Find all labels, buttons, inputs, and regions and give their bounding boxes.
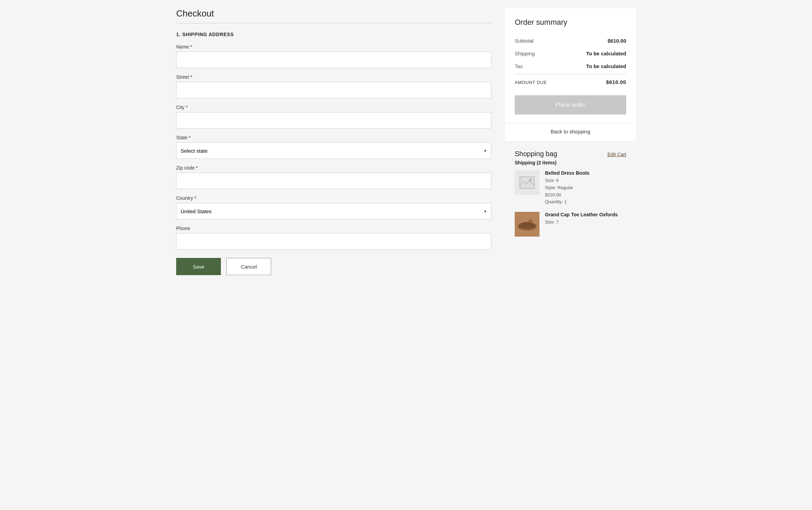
- zipcode-label: Zip code *: [176, 165, 491, 171]
- tax-value: To be calculated: [586, 63, 626, 69]
- country-label: Country *: [176, 195, 491, 201]
- tax-row: Tax To be calculated: [515, 60, 626, 73]
- amount-due-row: AMOUNT DUE $610.00: [515, 74, 626, 88]
- zipcode-field-group: Zip code *: [176, 165, 491, 189]
- city-label: City *: [176, 105, 491, 110]
- state-field-group: State * Select state Alabama California …: [176, 135, 491, 159]
- save-button[interactable]: Save: [176, 258, 221, 275]
- cart-item-2-name: Grand Cap Toe Leather Oxfords: [545, 212, 626, 217]
- cart-item-1: Belted Dress Boots Size: 6 Style: Regula…: [515, 170, 626, 206]
- subtotal-label: Subtotal: [515, 38, 534, 44]
- shoe-icon: [515, 212, 539, 237]
- phone-field-group: Phone: [176, 226, 491, 250]
- shipping-items-label: Shipping (2 items): [515, 160, 626, 165]
- amount-due-label: AMOUNT DUE: [515, 80, 547, 85]
- title-divider: [176, 23, 491, 23]
- cart-item-2-details: Grand Cap Toe Leather Oxfords Size: 7: [545, 212, 626, 237]
- phone-input[interactable]: [176, 233, 491, 250]
- shipping-row: Shipping To be calculated: [515, 47, 626, 60]
- cart-item-2-info: Size: 7: [545, 219, 626, 226]
- shopping-bag-card: Shopping bag Edit Cart Shipping (2 items…: [505, 142, 636, 251]
- subtotal-value: $610.00: [608, 38, 626, 44]
- sidebar: Order summary Subtotal $610.00 Shipping …: [505, 8, 636, 502]
- state-select[interactable]: Select state Alabama California New York…: [176, 142, 491, 159]
- shipping-label: Shipping: [515, 51, 535, 56]
- shopping-bag-title: Shopping bag: [515, 150, 557, 158]
- amount-due-value: $610.00: [606, 79, 626, 85]
- street-input[interactable]: [176, 82, 491, 98]
- cart-item-1-name: Belted Dress Boots: [545, 170, 626, 176]
- cart-item-2: Grand Cap Toe Leather Oxfords Size: 7: [515, 212, 626, 237]
- tax-label: Tax: [515, 63, 523, 69]
- city-input[interactable]: [176, 112, 491, 129]
- page-title: Checkout: [176, 8, 491, 19]
- shipping-value: To be calculated: [586, 51, 626, 56]
- street-label: Street *: [176, 74, 491, 80]
- zipcode-input[interactable]: [176, 173, 491, 189]
- country-select[interactable]: United States Canada United Kingdom: [176, 203, 491, 219]
- city-field-group: City *: [176, 105, 491, 129]
- order-summary-card: Order summary Subtotal $610.00 Shipping …: [505, 8, 636, 123]
- street-field-group: Street *: [176, 74, 491, 98]
- svg-point-1: [529, 178, 532, 181]
- section-1-heading: 1. SHIPPING ADDRESS: [176, 32, 491, 37]
- form-button-row: Save Cancel: [176, 258, 491, 275]
- country-field-group: Country * United States Canada United Ki…: [176, 195, 491, 219]
- back-to-shopping-link[interactable]: Back to shopping: [505, 123, 636, 142]
- cart-item-2-image: [515, 212, 539, 237]
- state-select-wrapper: Select state Alabama California New York…: [176, 142, 491, 159]
- cancel-button[interactable]: Cancel: [226, 258, 271, 275]
- shopping-bag-header: Shopping bag Edit Cart: [515, 150, 626, 158]
- name-label: Name *: [176, 44, 491, 50]
- cart-item-1-image: [515, 170, 539, 195]
- order-summary-title: Order summary: [515, 18, 626, 27]
- edit-cart-link[interactable]: Edit Cart: [608, 152, 626, 157]
- phone-label: Phone: [176, 226, 491, 231]
- svg-rect-0: [520, 177, 534, 188]
- name-field-group: Name *: [176, 44, 491, 68]
- main-content: Checkout 1. SHIPPING ADDRESS Name * Stre…: [176, 8, 491, 502]
- state-label: State *: [176, 135, 491, 140]
- country-select-wrapper: United States Canada United Kingdom ▾: [176, 203, 491, 219]
- place-order-button[interactable]: Place order: [515, 95, 626, 115]
- name-input[interactable]: [176, 52, 491, 68]
- subtotal-row: Subtotal $610.00: [515, 34, 626, 47]
- image-placeholder-icon: [520, 176, 535, 189]
- cart-item-1-details: Belted Dress Boots Size: 6 Style: Regula…: [545, 170, 626, 206]
- cart-item-1-info: Size: 6 Style: Regular $220.00 Quantity:…: [545, 177, 626, 206]
